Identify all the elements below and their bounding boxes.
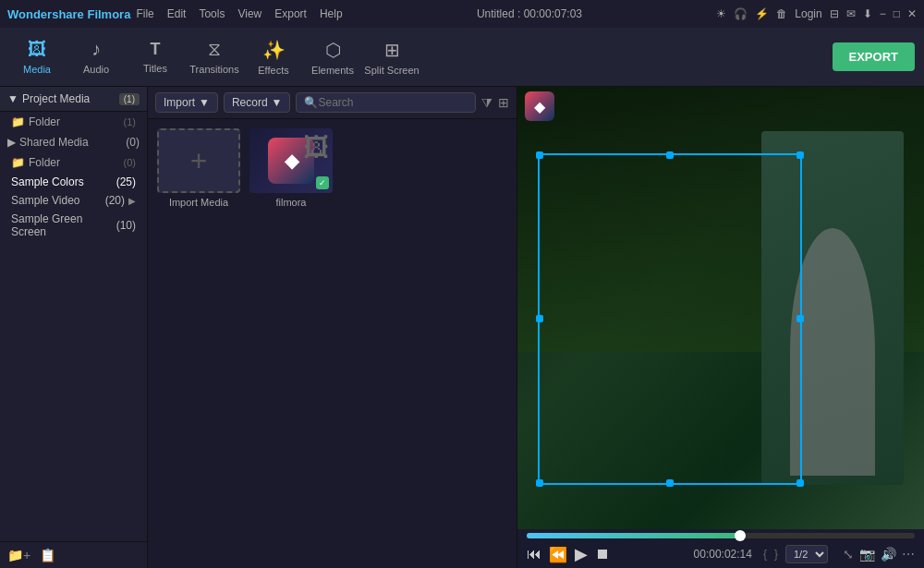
- menu-view[interactable]: View: [237, 7, 261, 20]
- search-icon: 🔍: [304, 96, 318, 109]
- titles-label: Titles: [143, 63, 167, 74]
- sample-colors-item[interactable]: Sample Colors (25): [0, 173, 147, 191]
- folder-item[interactable]: 📁 Folder (1): [0, 112, 147, 132]
- bracket-right: }: [774, 548, 778, 561]
- toolbar-transitions[interactable]: ⧖ Transitions: [187, 31, 242, 83]
- handle-bm[interactable]: [666, 479, 674, 487]
- stop-button[interactable]: ⏹: [595, 546, 610, 562]
- filmora-label: filmora: [275, 197, 306, 208]
- window-title: Untitled : 00:00:07:03: [477, 7, 582, 20]
- headphone-icon[interactable]: 🎧: [734, 7, 748, 20]
- handle-br[interactable]: [796, 479, 804, 487]
- project-media-header[interactable]: ▼ Project Media (1): [0, 87, 147, 112]
- window-close[interactable]: ✕: [907, 7, 917, 20]
- audio-icon: ♪: [91, 39, 101, 60]
- preview-panel: ◆ ⏮ ⏪ ▶ ⏹ 00:00:02:14 { } 1/2: [517, 87, 924, 568]
- window-minimize[interactable]: −: [880, 7, 886, 20]
- sample-green-screen-item[interactable]: Sample Green Screen (10): [0, 210, 147, 241]
- menu-edit[interactable]: Edit: [167, 7, 187, 20]
- more-options-icon[interactable]: ⋯: [902, 547, 915, 562]
- search-input[interactable]: [318, 96, 468, 109]
- titles-icon: T: [151, 40, 161, 59]
- split-screen-label: Split Screen: [364, 65, 419, 76]
- handle-tm[interactable]: [666, 151, 674, 159]
- toolbar-titles[interactable]: T Titles: [128, 31, 183, 83]
- sample-video-item[interactable]: Sample Video (20) ▶: [0, 191, 147, 210]
- preview-icon-group: ⤡ 📷 🔊 ⋯: [843, 547, 915, 562]
- menu-help[interactable]: Help: [320, 7, 343, 20]
- main-content: ▼ Project Media (1) 📁 Folder (1) ▶ Share…: [0, 87, 924, 568]
- progress-bar[interactable]: [527, 533, 915, 538]
- menu-file[interactable]: File: [136, 7, 153, 20]
- handle-rm[interactable]: [796, 315, 804, 322]
- search-box[interactable]: 🔍: [296, 92, 476, 113]
- folder-icon: 📁: [11, 115, 25, 128]
- window-maximize[interactable]: □: [894, 7, 900, 20]
- snapshot-icon[interactable]: 📷: [859, 547, 875, 562]
- shared-folder-name: 📁 Folder: [11, 156, 60, 169]
- volume-icon[interactable]: 🔊: [881, 547, 896, 562]
- menu-tools[interactable]: Tools: [199, 7, 225, 20]
- export-button[interactable]: EXPORT: [833, 42, 915, 71]
- project-media-title: ▼ Project Media: [7, 92, 90, 105]
- import-media-card[interactable]: + Import Media: [157, 128, 240, 559]
- sample-colors-label: Sample Colors: [11, 175, 84, 188]
- login-button[interactable]: Login: [795, 7, 821, 20]
- progress-fill: [527, 533, 740, 538]
- toolbar-media[interactable]: 🖼 Media: [9, 31, 65, 83]
- shared-media-header[interactable]: ▶ Shared Media (0): [0, 132, 147, 152]
- preview-filmora-logo: ◆: [525, 91, 554, 121]
- record-dropdown[interactable]: Record ▼: [224, 92, 291, 113]
- toolbar-effects[interactable]: ✨ Effects: [246, 31, 301, 83]
- project-media-count: (1): [119, 93, 140, 105]
- media-label: Media: [23, 64, 51, 75]
- filter-icon[interactable]: ⧩: [481, 95, 492, 111]
- play-button[interactable]: ▶: [575, 544, 588, 564]
- handle-bl[interactable]: [536, 479, 543, 487]
- shared-folder-item[interactable]: 📁 Folder (0): [0, 152, 147, 173]
- chevron-right-icon: ▶: [7, 136, 16, 149]
- title-bar-right: ☀ 🎧 ⚡ 🗑 Login ⊟ ✉ ⬇ − □ ✕: [716, 7, 917, 20]
- main-toolbar: 🖼 Media ♪ Audio T Titles ⧖ Transitions ✨…: [0, 28, 924, 87]
- toolbar-elements[interactable]: ⬡ Elements: [305, 31, 360, 83]
- import-icon[interactable]: 📋: [40, 548, 55, 562]
- grid-icon[interactable]: ⊞: [498, 95, 509, 110]
- shared-folder-icon: 📁: [11, 156, 25, 169]
- app-logo: Wondershare Filmora: [7, 7, 130, 21]
- import-dropdown[interactable]: Import ▼: [155, 92, 218, 113]
- middle-toolbar: Import ▼ Record ▼ 🔍 ⧩ ⊞: [148, 87, 517, 119]
- title-bar: Wondershare Filmora File Edit Tools View…: [0, 0, 924, 28]
- toolbar-audio[interactable]: ♪ Audio: [68, 31, 124, 83]
- skip-back-button[interactable]: ⏮: [527, 546, 541, 562]
- new-folder-icon[interactable]: 📁+: [7, 548, 30, 562]
- fullscreen-icon[interactable]: ⤡: [843, 547, 854, 562]
- handle-tr[interactable]: [796, 151, 804, 159]
- time-display: 00:00:02:14: [694, 548, 752, 561]
- sample-green-screen-count: (10): [116, 219, 136, 232]
- toolbar-split-screen[interactable]: ⊞ Split Screen: [364, 31, 419, 83]
- layout-icon[interactable]: ⊟: [830, 7, 839, 20]
- handle-lm[interactable]: [536, 315, 543, 322]
- video-background: ◆: [517, 87, 924, 529]
- progress-knob[interactable]: [735, 530, 746, 541]
- sun-icon[interactable]: ☀: [716, 7, 726, 20]
- folder-name: 📁 Folder: [11, 115, 60, 128]
- selection-box[interactable]: [538, 153, 802, 485]
- handle-tl[interactable]: [536, 151, 543, 159]
- elements-icon: ⬡: [325, 39, 341, 61]
- download-icon[interactable]: ⬇: [863, 7, 872, 20]
- title-bar-left: Wondershare Filmora File Edit Tools View…: [7, 7, 343, 21]
- step-back-button[interactable]: ⏪: [549, 546, 567, 563]
- chevron-down-icon: ▼: [7, 92, 18, 105]
- folder-count: (1): [124, 116, 136, 127]
- lightning-icon[interactable]: ⚡: [755, 7, 769, 20]
- menu-export[interactable]: Export: [274, 7, 307, 20]
- filmora-card[interactable]: 🖼 ◆ ✓ filmora: [249, 128, 333, 559]
- transitions-label: Transitions: [189, 64, 238, 75]
- mail-icon[interactable]: ✉: [846, 7, 856, 20]
- elements-label: Elements: [311, 65, 354, 76]
- media-icon: 🖼: [28, 39, 46, 60]
- person-silhouette: [790, 228, 875, 476]
- trash-icon[interactable]: 🗑: [776, 7, 787, 20]
- quality-select[interactable]: 1/2: [785, 545, 828, 563]
